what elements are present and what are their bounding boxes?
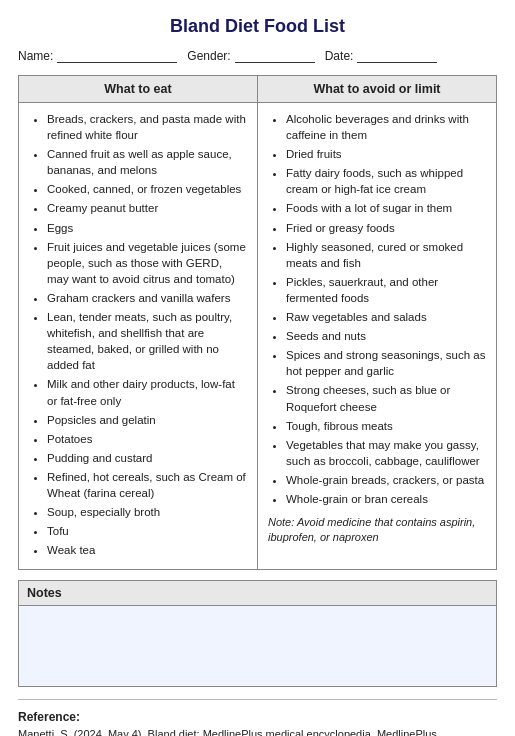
list-item: Fried or greasy foods	[286, 220, 486, 236]
list-item: Raw vegetables and salads	[286, 309, 486, 325]
food-table: What to eat What to avoid or limit Bread…	[18, 75, 497, 570]
list-item: Foods with a lot of sugar in them	[286, 200, 486, 216]
reference-title: Reference:	[18, 708, 497, 726]
list-item: Lean, tender meats, such as poultry, whi…	[47, 309, 247, 373]
list-item: Whole-grain breads, crackers, or pasta	[286, 472, 486, 488]
col2-header: What to avoid or limit	[258, 76, 497, 103]
avoid-column: Alcoholic beverages and drinks with caff…	[258, 103, 497, 570]
list-item: Breads, crackers, and pasta made with re…	[47, 111, 247, 143]
reference-divider	[18, 699, 497, 700]
form-row: Name: Gender: Date:	[18, 49, 497, 63]
reference-section: Reference: Manetti, S. (2024, May 4). Bl…	[18, 708, 497, 736]
list-item: Eggs	[47, 220, 247, 236]
list-item: Popsicles and gelatin	[47, 412, 247, 428]
gender-label: Gender:	[187, 49, 230, 63]
list-item: Pudding and custard	[47, 450, 247, 466]
list-item: Fatty dairy foods, such as whipped cream…	[286, 165, 486, 197]
list-item: Weak tea	[47, 542, 247, 558]
list-item: Creamy peanut butter	[47, 200, 247, 216]
eat-list: Breads, crackers, and pasta made with re…	[29, 111, 247, 558]
list-item: Potatoes	[47, 431, 247, 447]
reference-body: Manetti, S. (2024, May 4). Bland diet: M…	[18, 726, 497, 736]
gender-field[interactable]	[235, 49, 315, 63]
eat-column: Breads, crackers, and pasta made with re…	[19, 103, 258, 570]
name-field[interactable]	[57, 49, 177, 63]
list-item: Seeds and nuts	[286, 328, 486, 344]
list-item: Pickles, sauerkraut, and other fermented…	[286, 274, 486, 306]
list-item: Highly seasoned, cured or smoked meats a…	[286, 239, 486, 271]
list-item: Tofu	[47, 523, 247, 539]
list-item: Milk and other dairy products, low-fat o…	[47, 376, 247, 408]
page-title: Bland Diet Food List	[18, 16, 497, 37]
list-item: Strong cheeses, such as blue or Roquefor…	[286, 382, 486, 414]
list-item: Graham crackers and vanilla wafers	[47, 290, 247, 306]
col1-header: What to eat	[19, 76, 258, 103]
avoid-list: Alcoholic beverages and drinks with caff…	[268, 111, 486, 507]
list-item: Alcoholic beverages and drinks with caff…	[286, 111, 486, 143]
list-item: Fruit juices and vegetable juices (some …	[47, 239, 247, 287]
list-item: Whole-grain or bran cereals	[286, 491, 486, 507]
name-label: Name:	[18, 49, 53, 63]
avoid-note: Note: Avoid medicine that contains aspir…	[268, 515, 486, 546]
list-item: Dried fruits	[286, 146, 486, 162]
list-item: Refined, hot cereals, such as Cream of W…	[47, 469, 247, 501]
notes-header: Notes	[19, 581, 496, 606]
list-item: Vegetables that may make you gassy, such…	[286, 437, 486, 469]
list-item: Spices and strong seasonings, such as ho…	[286, 347, 486, 379]
reference-citation: Manetti, S. (2024, May 4). Bland diet: M…	[18, 728, 440, 736]
list-item: Soup, especially broth	[47, 504, 247, 520]
list-item: Tough, fibrous meats	[286, 418, 486, 434]
date-label: Date:	[325, 49, 354, 63]
list-item: Canned fruit as well as apple sauce, ban…	[47, 146, 247, 178]
notes-section: Notes	[18, 580, 497, 687]
list-item: Cooked, canned, or frozen vegetables	[47, 181, 247, 197]
notes-body[interactable]	[19, 606, 496, 686]
date-field[interactable]	[357, 49, 437, 63]
